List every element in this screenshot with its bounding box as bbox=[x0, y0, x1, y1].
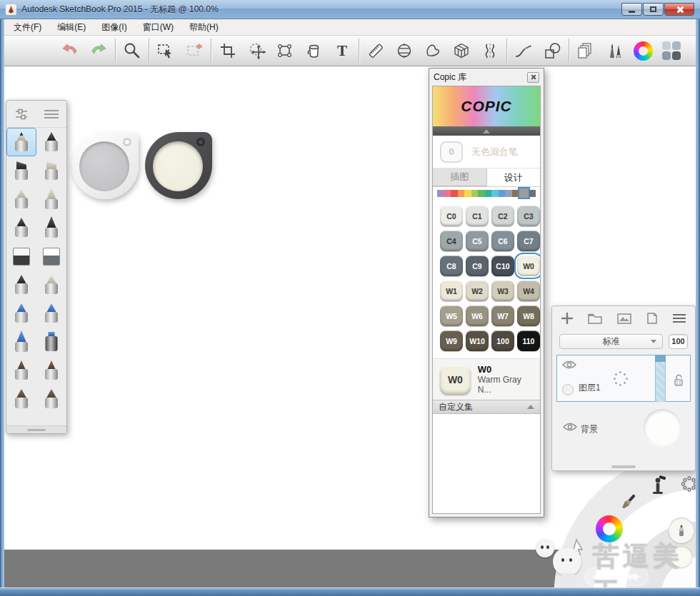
zoom-tool-button[interactable] bbox=[118, 38, 146, 64]
copic-swatch[interactable]: 110 bbox=[517, 330, 540, 351]
color-editor-button[interactable] bbox=[629, 38, 657, 64]
family-swatch[interactable] bbox=[529, 190, 536, 197]
brush-item-bristle-large[interactable] bbox=[6, 385, 36, 413]
fill-tool-button[interactable] bbox=[299, 38, 328, 64]
copic-swatch[interactable]: C3 bbox=[517, 206, 540, 226]
selected-swatch-preview[interactable]: W0 bbox=[440, 365, 471, 395]
blend-mode-select[interactable]: 标准 bbox=[559, 334, 663, 349]
family-swatch[interactable] bbox=[505, 190, 512, 197]
brush-item-detail-liner[interactable] bbox=[36, 213, 66, 242]
menu-help[interactable]: 帮助(H) bbox=[183, 19, 225, 36]
redo-button[interactable] bbox=[84, 38, 113, 64]
copic-panel-titlebar[interactable]: Copic 库 bbox=[429, 69, 544, 86]
copic-swatch[interactable]: W5 bbox=[440, 305, 463, 326]
ellipse-guide-button[interactable] bbox=[390, 38, 419, 64]
lagoon-tools-icon[interactable] bbox=[647, 475, 669, 502]
brush-item-flow-brush[interactable] bbox=[6, 299, 36, 328]
family-swatch[interactable] bbox=[471, 190, 479, 197]
layer-scroll-strip[interactable] bbox=[655, 355, 666, 402]
layer-editor-button[interactable] bbox=[571, 38, 600, 64]
brush-item-bristle-small[interactable] bbox=[6, 356, 36, 385]
distort-tool-button[interactable] bbox=[271, 38, 299, 64]
brush-item-bristle-round[interactable] bbox=[36, 356, 66, 385]
tab-design[interactable]: 设计 bbox=[487, 168, 541, 186]
copic-close-button[interactable] bbox=[527, 72, 539, 83]
menu-file[interactable]: 文件(F) bbox=[7, 19, 48, 36]
layer-item-layer1[interactable]: 图层1 bbox=[556, 355, 691, 402]
copic-swatch[interactable]: C10 bbox=[491, 256, 514, 276]
brush-item-fine-tip[interactable] bbox=[6, 213, 36, 242]
brush-item-chisel-marker[interactable] bbox=[6, 156, 36, 185]
brush-item-airbrush-can[interactable] bbox=[36, 328, 66, 356]
copic-swatch[interactable]: C7 bbox=[517, 231, 540, 251]
undo-button[interactable] bbox=[56, 38, 84, 64]
brush-list-view-icon[interactable] bbox=[43, 108, 60, 121]
family-swatch[interactable] bbox=[451, 190, 458, 197]
copic-swatch[interactable]: C4 bbox=[440, 231, 463, 251]
layers-menu-icon[interactable] bbox=[672, 313, 686, 324]
brush-item-hard-eraser[interactable] bbox=[6, 242, 36, 271]
color-puck[interactable] bbox=[145, 132, 212, 199]
copic-swatch[interactable]: C8 bbox=[440, 256, 463, 276]
layer-group-icon[interactable] bbox=[587, 312, 603, 325]
selection-tool-button[interactable] bbox=[151, 38, 180, 64]
copic-swatch[interactable]: W8 bbox=[517, 305, 540, 326]
family-swatch[interactable] bbox=[512, 190, 519, 197]
copic-swatch[interactable]: 100 bbox=[491, 330, 514, 351]
copic-collapse-bar[interactable] bbox=[433, 126, 540, 136]
maximize-button[interactable] bbox=[643, 3, 664, 16]
copic-swatch[interactable]: C9 bbox=[466, 256, 489, 276]
copic-swatch[interactable]: W3 bbox=[491, 281, 514, 301]
visibility-eye-icon[interactable] bbox=[562, 360, 576, 373]
text-tool-button[interactable]: T bbox=[328, 38, 356, 64]
shapes-tool-button[interactable] bbox=[538, 38, 566, 64]
canvas-area[interactable]: 苦逼美工 bbox=[4, 66, 696, 587]
crop-tool-button[interactable] bbox=[214, 38, 242, 64]
copic-swatch[interactable]: C1 bbox=[466, 206, 489, 226]
family-swatch[interactable] bbox=[458, 190, 465, 197]
copic-swatch[interactable]: W10 bbox=[466, 330, 489, 351]
brush-puck[interactable] bbox=[71, 132, 139, 199]
ruler-tool-button[interactable] bbox=[361, 38, 390, 64]
brush-item-bristle-angled[interactable] bbox=[36, 385, 66, 413]
brush-item-pencil[interactable] bbox=[6, 128, 36, 156]
minimize-button[interactable] bbox=[621, 3, 642, 16]
copic-swatch[interactable]: W6 bbox=[466, 305, 489, 326]
perspective-guide-button[interactable] bbox=[447, 38, 476, 64]
title-bar[interactable]: Autodesk SketchBook Pro 2015 - 无标题 @ 100… bbox=[0, 0, 700, 19]
opacity-field[interactable]: 100 bbox=[669, 334, 688, 349]
copic-swatch[interactable]: C2 bbox=[491, 206, 514, 226]
close-button[interactable] bbox=[664, 3, 694, 16]
copic-library-button[interactable] bbox=[657, 38, 686, 64]
brush-item-pen-nib[interactable] bbox=[36, 128, 66, 156]
copic-swatch[interactable]: C6 bbox=[491, 231, 514, 251]
import-image-icon[interactable] bbox=[616, 312, 632, 325]
menu-window[interactable]: 窗口(W) bbox=[136, 19, 180, 36]
brush-item-silver-marker[interactable] bbox=[36, 271, 66, 299]
family-swatch-selected[interactable] bbox=[519, 188, 528, 198]
copic-swatch[interactable]: W4 bbox=[517, 281, 540, 301]
lagoon-gear-icon[interactable] bbox=[680, 475, 696, 496]
copic-swatch[interactable]: W2 bbox=[466, 281, 489, 301]
deselect-tool-button[interactable] bbox=[180, 38, 209, 64]
brush-settings-icon[interactable] bbox=[14, 108, 29, 121]
steady-stroke-button[interactable] bbox=[509, 38, 538, 64]
add-layer-icon[interactable] bbox=[561, 312, 574, 325]
transform-tool-button[interactable] bbox=[242, 38, 271, 64]
brush-item-soft-eraser[interactable] bbox=[36, 242, 66, 271]
brush-item-cone-brush[interactable] bbox=[6, 328, 36, 356]
lagoon-brush-icon[interactable] bbox=[617, 492, 639, 516]
visibility-eye-icon[interactable] bbox=[563, 422, 577, 435]
copic-swatch[interactable]: W1 bbox=[440, 281, 463, 301]
menu-edit[interactable]: 编辑(E) bbox=[51, 19, 92, 36]
tab-illustration[interactable]: 插图 bbox=[433, 168, 487, 186]
family-swatch[interactable] bbox=[499, 190, 506, 197]
family-swatch[interactable] bbox=[437, 190, 444, 197]
copic-swatch[interactable]: C0 bbox=[440, 206, 463, 226]
layer-item-background[interactable]: 背景 bbox=[556, 406, 691, 450]
colorless-blender-row[interactable]: 0 无色混合笔 bbox=[433, 136, 540, 168]
brush-item-glow-brush[interactable] bbox=[36, 299, 66, 328]
family-swatch[interactable] bbox=[444, 190, 451, 197]
family-swatch[interactable] bbox=[491, 190, 499, 197]
family-swatch[interactable] bbox=[485, 190, 492, 197]
